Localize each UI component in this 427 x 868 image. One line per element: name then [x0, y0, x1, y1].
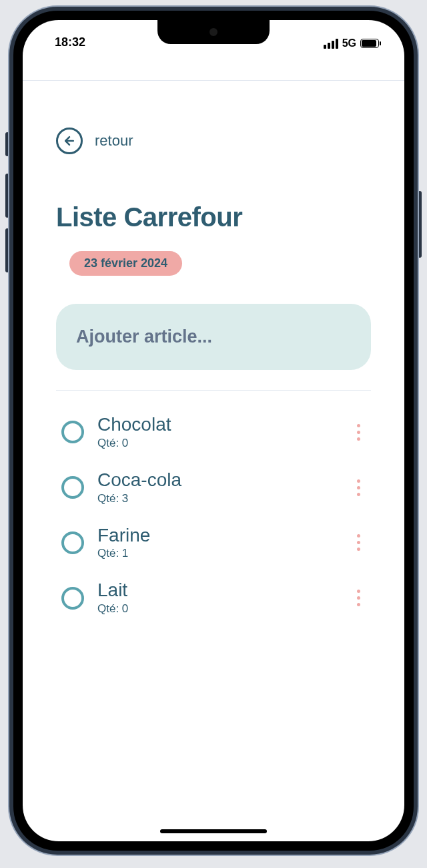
- checkbox[interactable]: [61, 587, 84, 610]
- page-title: Liste Carrefour: [56, 202, 371, 232]
- more-options-icon[interactable]: [352, 474, 366, 501]
- phone-frame: 18:32 5G: [9, 7, 418, 855]
- battery-icon: [360, 39, 379, 48]
- item-text: LaitQté: 0: [97, 580, 338, 616]
- item-quantity: Qté: 1: [97, 547, 338, 560]
- item-quantity: Qté: 0: [97, 602, 338, 616]
- network-type: 5G: [342, 37, 356, 49]
- item-text: Coca-colaQté: 3: [97, 470, 338, 505]
- phone-notch: [157, 20, 270, 44]
- item-name: Lait: [97, 580, 338, 601]
- divider: [23, 80, 404, 81]
- list-item: FarineQté: 1: [61, 525, 366, 561]
- item-text: FarineQté: 1: [97, 525, 338, 561]
- item-name: Farine: [97, 525, 338, 546]
- add-item-input[interactable]: Ajouter article...: [56, 304, 371, 370]
- item-quantity: Qté: 3: [97, 492, 338, 505]
- back-button[interactable]: retour: [56, 128, 371, 154]
- checkbox[interactable]: [61, 531, 84, 554]
- item-name: Chocolat: [97, 415, 338, 435]
- checkbox[interactable]: [61, 476, 84, 499]
- list-item: LaitQté: 0: [61, 580, 366, 616]
- cellular-signal-icon: [324, 39, 338, 49]
- item-name: Coca-cola: [97, 470, 338, 491]
- home-indicator[interactable]: [160, 829, 267, 833]
- item-quantity: Qté: 0: [97, 437, 338, 450]
- list-item: ChocolatQté: 0: [61, 415, 366, 450]
- date-badge: 23 février 2024: [69, 251, 182, 276]
- more-options-icon[interactable]: [352, 584, 366, 612]
- phone-power-button: [418, 191, 422, 258]
- divider: [56, 390, 371, 391]
- item-text: ChocolatQté: 0: [97, 415, 338, 450]
- more-options-icon[interactable]: [352, 529, 366, 556]
- list-item: Coca-colaQté: 3: [61, 470, 366, 505]
- more-options-icon[interactable]: [352, 419, 366, 446]
- back-label: retour: [95, 132, 133, 150]
- status-time: 18:32: [55, 35, 85, 49]
- arrow-left-icon: [56, 128, 83, 154]
- checkbox[interactable]: [61, 421, 84, 443]
